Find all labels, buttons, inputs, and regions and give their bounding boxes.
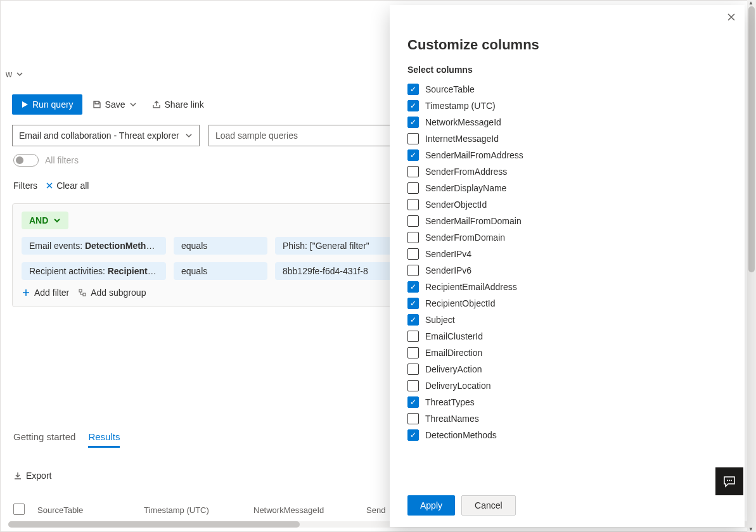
scrollbar-thumb[interactable]	[748, 6, 755, 272]
column-option[interactable]: Timestamp (UTC)	[407, 98, 727, 114]
column-checkbox[interactable]	[407, 314, 419, 326]
column-label: SenderIPv6	[425, 265, 471, 276]
column-option[interactable]: SenderIPv6	[407, 262, 727, 279]
clear-all-label: Clear all	[56, 180, 89, 191]
filter-field-pill[interactable]: Email events: DetectionMethods	[22, 237, 166, 255]
column-label: InternetMessageId	[425, 134, 499, 144]
column-label: SenderFromDomain	[425, 232, 505, 243]
sample-queries-placeholder: Load sample queries	[215, 130, 298, 141]
column-checkbox[interactable]	[407, 281, 419, 293]
column-checkbox[interactable]	[407, 298, 419, 309]
column-checkbox[interactable]	[407, 199, 419, 210]
feedback-button[interactable]	[715, 467, 743, 495]
filter-field-name: DetectionMethods	[85, 241, 162, 251]
column-option[interactable]: DeliveryLocation	[407, 377, 727, 394]
share-link-button[interactable]: Share link	[147, 96, 209, 113]
subgroup-icon	[78, 288, 87, 297]
column-checkbox[interactable]	[407, 347, 419, 358]
column-option[interactable]: RecipientObjectId	[407, 295, 727, 312]
column-option[interactable]: EmailClusterId	[407, 328, 727, 345]
column-checkbox[interactable]	[407, 380, 419, 391]
column-option[interactable]: DetectionMethods	[407, 427, 727, 443]
column-option[interactable]: NetworkMessageId	[407, 114, 727, 130]
cancel-button[interactable]: Cancel	[461, 495, 516, 516]
add-filter-button[interactable]: Add filter	[22, 288, 69, 298]
column-option[interactable]: DeliveryAction	[407, 361, 727, 377]
export-button[interactable]: Export	[13, 471, 51, 481]
run-query-button[interactable]: Run query	[12, 94, 82, 115]
column-checkbox[interactable]	[407, 364, 419, 375]
column-checkbox[interactable]	[407, 133, 419, 144]
column-checkbox[interactable]	[407, 265, 419, 276]
column-checkbox[interactable]	[407, 215, 419, 227]
tab-results[interactable]: Results	[88, 431, 120, 448]
close-icon	[45, 181, 54, 190]
column-option[interactable]: SenderIPv4	[407, 246, 727, 262]
filter-op-pill[interactable]: equals	[174, 262, 267, 280]
column-header[interactable]: Timestamp (UTC)	[144, 505, 242, 515]
column-checkbox[interactable]	[407, 429, 419, 441]
column-label: SenderMailFromDomain	[425, 216, 522, 226]
column-option[interactable]: SenderFromAddress	[407, 163, 727, 180]
column-option[interactable]: RecipientEmailAddress	[407, 279, 727, 295]
column-option[interactable]: InternetMessageId	[407, 130, 727, 147]
scope-dropdown[interactable]: Email and collaboration - Threat explore…	[12, 125, 200, 146]
vertical-scrollbar[interactable]: ▲ ▼	[747, 0, 756, 532]
column-checkbox[interactable]	[407, 232, 419, 243]
column-checkbox[interactable]	[407, 117, 419, 128]
column-option[interactable]: SenderDisplayName	[407, 180, 727, 196]
column-option[interactable]: ThreatTypes	[407, 394, 727, 410]
filter-field-pill[interactable]: Recipient activities: RecipientObj…	[22, 262, 166, 280]
apply-button[interactable]: Apply	[407, 495, 455, 516]
filter-value: Phish: ["General filter"	[283, 241, 369, 251]
column-option[interactable]: SenderObjectId	[407, 196, 727, 213]
column-checkbox[interactable]	[407, 331, 419, 342]
operator-label: AND	[29, 215, 48, 225]
tab-getting-started[interactable]: Getting started	[13, 431, 75, 448]
close-panel-button[interactable]	[727, 13, 736, 22]
column-option[interactable]: SenderMailFromAddress	[407, 147, 727, 163]
column-checkbox[interactable]	[407, 166, 419, 177]
save-icon	[93, 100, 101, 109]
column-option[interactable]: SourceTable	[407, 81, 727, 98]
column-checkbox[interactable]	[407, 248, 419, 260]
svg-point-3	[729, 480, 730, 481]
save-button[interactable]: Save	[87, 96, 142, 113]
column-checkbox[interactable]	[407, 413, 419, 424]
column-label: SourceTable	[425, 84, 475, 94]
column-checkbox[interactable]	[407, 396, 419, 408]
column-option[interactable]: Subject	[407, 312, 727, 328]
column-option[interactable]: EmailDirection	[407, 345, 727, 361]
column-label: RecipientObjectId	[425, 298, 496, 308]
column-header[interactable]: Send	[366, 505, 385, 515]
add-subgroup-button[interactable]: Add subgroup	[78, 288, 146, 298]
all-filters-toggle[interactable]	[13, 154, 39, 167]
operator-chip[interactable]: AND	[22, 212, 68, 229]
column-label: DeliveryAction	[425, 364, 482, 374]
filter-op-pill[interactable]: equals	[174, 237, 267, 255]
column-option[interactable]: SenderFromDomain	[407, 229, 727, 246]
scroll-up-arrow[interactable]: ▲	[748, 0, 753, 6]
all-filters-row: All filters	[13, 154, 79, 167]
column-label: SenderDisplayName	[425, 183, 506, 193]
column-checkbox[interactable]	[407, 84, 419, 95]
column-checkbox[interactable]	[407, 100, 419, 111]
column-option[interactable]: SenderMailFromDomain	[407, 213, 727, 229]
column-checkbox[interactable]	[407, 149, 419, 161]
column-label: SenderObjectId	[425, 200, 487, 210]
share-icon	[152, 100, 161, 109]
column-checkbox[interactable]	[407, 182, 419, 194]
column-header[interactable]: NetworkMessageId	[253, 505, 355, 515]
column-label: ThreatTypes	[425, 397, 475, 407]
filters-header: Filters Clear all	[13, 180, 89, 191]
clear-all-button[interactable]: Clear all	[45, 180, 89, 191]
plus-icon	[22, 288, 30, 297]
column-label: ThreatNames	[425, 414, 479, 424]
select-all-checkbox[interactable]	[13, 504, 26, 517]
view-dropdown[interactable]: w	[6, 69, 23, 79]
scrollbar-thumb[interactable]	[8, 521, 300, 528]
column-header[interactable]: SourceTable	[37, 505, 132, 515]
column-option[interactable]: ThreatNames	[407, 410, 727, 427]
export-label: Export	[26, 471, 51, 481]
scroll-down-arrow[interactable]: ▼	[748, 526, 753, 532]
